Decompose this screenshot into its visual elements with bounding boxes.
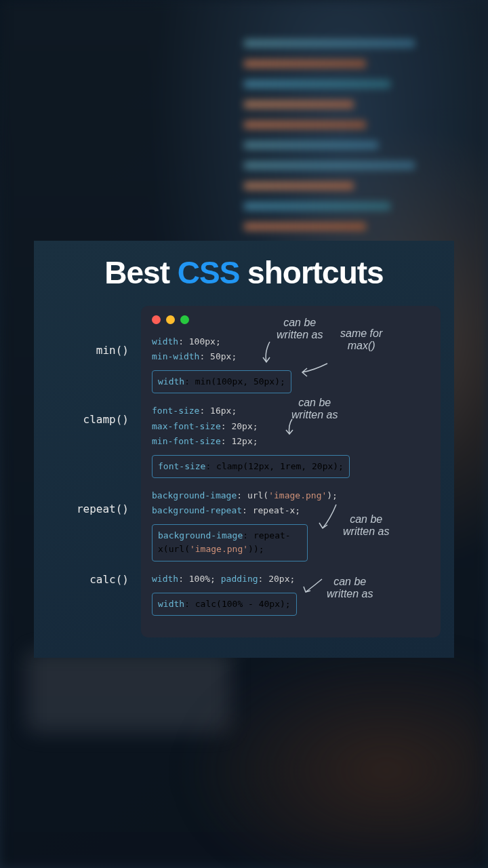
css-value: ); [327,490,338,500]
css-property: background-image [152,490,237,500]
css-property: width [158,599,184,609]
css-string: 'image.png' [268,490,327,500]
card-title: Best CSS shortcuts [47,254,441,291]
close-dot [152,315,161,324]
code-line: font-size: 16px; [152,404,430,418]
css-value: : 12px; [221,436,258,446]
css-value: : 20px; [258,574,296,584]
label-calc: calc() [89,573,129,586]
css-property: width [158,376,184,387]
css-value: : 50px; [199,351,237,361]
highlighted-code-calc: width: calc(100% - 40px); [152,593,297,616]
title-emphasis: CSS [178,255,240,290]
code-line: min-width: 50px; [152,350,430,363]
css-property: font-size [152,406,199,416]
css-value: : url( [237,490,268,500]
highlighted-code-clamp: font-size: clamp(12px, 1rem, 20px); [152,455,350,478]
css-string: 'image.png' [190,544,248,554]
title-after: shortcuts [239,255,383,290]
code-line: width: 100%; padding: 20px; [152,572,430,586]
arrow-icon [316,501,346,534]
css-property: width [152,574,178,584]
css-value: : 100px; [178,336,221,347]
infographic-card: Best CSS shortcuts min() clamp() repeat(… [34,241,454,658]
code-editor-window: width: 100px; min-width: 50px; width: mi… [141,306,441,637]
css-property: font-size [158,461,205,471]
highlighted-code-min: width: min(100px, 50px); [152,370,291,393]
code-line: background-image: url('image.png'); [152,489,430,502]
css-value: : 20px; [221,421,258,431]
css-property: width [152,336,178,347]
minimize-dot [166,315,175,324]
css-property: min-width [152,351,199,361]
annotation-can-be-4: can be written as [327,576,373,599]
css-value: : clamp(12px, 1rem, 20px); [205,461,344,471]
css-property: padding [221,574,258,584]
label-repeat: repeat() [77,502,129,515]
css-property: max-font-size [152,421,221,431]
annotation-same-for-max: same for max() [340,328,382,351]
css-value: : calc(100% - 40px); [184,599,291,609]
title-before: Best [104,255,177,290]
css-value: : min(100px, 50px); [184,376,285,387]
annotation-can-be-1: can be written as [277,317,323,340]
annotation-can-be-3: can be written as [343,513,389,537]
background-hand [149,624,488,868]
css-value: : 100%; [178,574,221,584]
highlighted-code-repeat: background-image: repeat-x(url('image.pn… [152,524,308,561]
label-clamp: clamp() [83,413,129,426]
css-property: background-image [158,530,243,540]
maximize-dot [180,315,189,324]
function-labels-column: min() clamp() repeat() calc() [47,306,129,637]
label-min: min() [96,344,129,357]
css-property: min-font-size [152,436,221,446]
css-property: background-repeat [152,505,242,515]
arrow-icon [297,360,331,380]
arrow-icon [280,417,300,437]
arrow-icon [256,338,277,366]
css-value: )); [248,544,264,554]
css-value: : repeat-x; [242,505,300,515]
css-value: : 16px; [199,406,237,416]
arrow-icon [300,576,327,597]
